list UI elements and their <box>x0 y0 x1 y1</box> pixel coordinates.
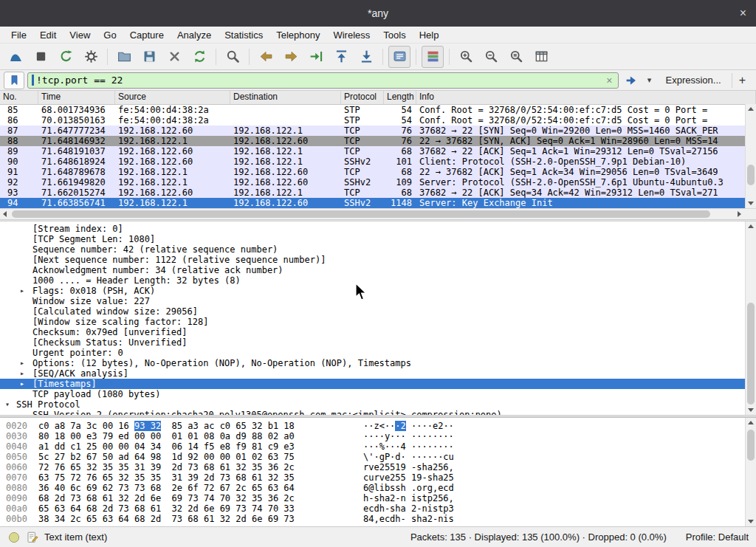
detail-line[interactable]: [Checksum Status: Unverified] <box>0 337 756 348</box>
hex-row[interactable]: 007063 75 72 76 65 32 35 35 31 39 2d 73 … <box>0 472 756 483</box>
packet-list-vscrollbar[interactable] <box>745 104 756 208</box>
capture-restart-button[interactable] <box>55 46 77 68</box>
packet-row-94[interactable]: 9471.663856741192.168.122.1192.168.122.6… <box>0 198 756 208</box>
hex-row[interactable]: 0040a1 dd c1 25 00 00 04 34 06 14 f5 e8 … <box>0 441 756 452</box>
scroll-up-icon[interactable] <box>748 421 754 424</box>
find-packet-button[interactable] <box>221 46 244 68</box>
filter-dropdown-icon[interactable]: ▾ <box>644 75 656 85</box>
capture-options-button[interactable] <box>80 46 102 68</box>
add-filter-button[interactable]: + <box>732 73 752 88</box>
column-header-length[interactable]: Length <box>384 91 416 104</box>
expression-button[interactable]: Expression... <box>659 75 729 86</box>
profile-status[interactable]: Profile: Default <box>686 531 749 543</box>
go-forward-button[interactable] <box>280 46 302 68</box>
capture-start-button[interactable] <box>4 46 27 68</box>
collapse-arrow-icon[interactable]: ▾ <box>5 399 10 410</box>
hex-row[interactable]: 008036 40 6c 69 62 73 73 68 2e 6f 72 67 … <box>0 483 756 493</box>
display-filter-input[interactable] <box>28 75 601 86</box>
title-bar[interactable]: *any × <box>0 0 756 27</box>
detail-line[interactable]: ▸[SEQ/ACK analysis] <box>0 368 756 379</box>
column-header-no[interactable]: No. <box>0 91 38 104</box>
packet-row-93[interactable]: 9371.662015274192.168.122.60192.168.122.… <box>0 188 756 198</box>
detail-vscrollbar[interactable] <box>745 221 756 415</box>
colorize-button[interactable] <box>422 46 444 68</box>
column-header-source[interactable]: Source <box>115 91 230 104</box>
detail-line[interactable]: ▸[Timestamps] <box>0 379 756 389</box>
menu-capture[interactable]: Capture <box>123 28 171 42</box>
packet-row-89[interactable]: 8971.648191037192.168.122.60192.168.122.… <box>0 146 756 156</box>
filter-bookmark-button[interactable] <box>4 72 24 89</box>
detail-line[interactable]: ▸Options: (12 bytes), No-Operation (NOP)… <box>0 358 756 368</box>
detail-line[interactable]: [Stream index: 0] <box>0 224 756 234</box>
zoom-normal-button[interactable] <box>505 46 527 68</box>
packet-list-hscrollbar[interactable] <box>0 208 756 219</box>
detail-line[interactable]: [TCP Segment Len: 1080] <box>0 234 756 244</box>
expand-arrow-icon[interactable]: ▸ <box>20 368 24 379</box>
packet-row-88[interactable]: 8871.648146932192.168.122.1192.168.122.6… <box>0 136 756 146</box>
menu-go[interactable]: Go <box>97 28 123 42</box>
detail-line[interactable]: [Next sequence number: 1122 (relative se… <box>0 255 756 265</box>
menu-statistics[interactable]: Statistics <box>218 28 269 42</box>
hex-row[interactable]: 0020c0 a8 7a 3c 00 16 93 32 85 a3 ac c0 … <box>0 421 756 431</box>
packet-row-85[interactable]: 8568.001734936fe:54:00:d4:38:2aSTP54Conf… <box>0 105 756 115</box>
vscroll-thumb[interactable] <box>747 430 755 461</box>
packet-row-92[interactable]: 9271.661949820192.168.122.1192.168.122.6… <box>0 177 756 188</box>
expand-arrow-icon[interactable]: ▸ <box>20 358 24 368</box>
packet-row-90[interactable]: 9071.648618924192.168.122.60192.168.122.… <box>0 156 756 167</box>
detail-line[interactable]: ▾SSH Protocol <box>0 399 756 410</box>
menu-edit[interactable]: Edit <box>33 28 63 42</box>
menu-view[interactable]: View <box>63 28 97 42</box>
hex-row[interactable]: 003080 18 00 e3 79 ed 00 00 01 01 08 0a … <box>0 431 756 441</box>
column-header-info[interactable]: Info <box>416 91 756 104</box>
hex-vscrollbar[interactable] <box>745 418 756 526</box>
menu-help[interactable]: Help <box>413 28 446 42</box>
open-file-button[interactable] <box>113 46 135 68</box>
expert-info-icon[interactable] <box>7 531 21 544</box>
capture-comment-icon[interactable] <box>26 531 39 544</box>
column-header-time[interactable]: Time <box>38 91 115 104</box>
hex-row[interactable]: 00505c 27 b2 67 50 ad 64 98 1d 92 00 00 … <box>0 452 756 462</box>
hex-row[interactable]: 009068 2d 73 68 61 32 2d 6e 69 73 74 70 … <box>0 493 756 503</box>
vscroll-thumb[interactable] <box>747 303 755 405</box>
scroll-up-icon[interactable] <box>748 224 754 228</box>
expand-arrow-icon[interactable]: ▸ <box>20 379 24 389</box>
vscroll-thumb[interactable] <box>747 165 755 185</box>
window-close-icon[interactable]: × <box>740 6 746 21</box>
menu-telephony[interactable]: Telephony <box>269 28 326 42</box>
column-header-protocol[interactable]: Protocol <box>341 91 384 104</box>
column-header-destination[interactable]: Destination <box>230 91 341 104</box>
detail-line[interactable]: SSH Version 2 (encryption:chacha20-poly1… <box>0 410 756 415</box>
hex-row[interactable]: 00a065 63 64 68 2d 73 68 61 32 2d 6e 69 … <box>0 503 756 514</box>
go-to-packet-button[interactable] <box>305 46 327 68</box>
detail-line[interactable]: 1000 .... = Header Length: 32 bytes (8) <box>0 275 756 286</box>
menu-wireless[interactable]: Wireless <box>326 28 377 42</box>
go-back-button[interactable] <box>255 46 277 68</box>
detail-line[interactable]: ▸Flags: 0x018 (PSH, ACK) <box>0 286 756 296</box>
detail-line[interactable]: Sequence number: 42 (relative sequence n… <box>0 244 756 255</box>
filter-apply-button[interactable] <box>622 72 641 89</box>
menu-file[interactable]: File <box>4 28 33 42</box>
detail-line[interactable]: [Window size scaling factor: 128] <box>0 317 756 327</box>
detail-line[interactable]: Checksum: 0x79ed [unverified] <box>0 327 756 337</box>
packet-row-91[interactable]: 9171.648789678192.168.122.1192.168.122.6… <box>0 167 756 177</box>
detail-line[interactable]: [Calculated window size: 29056] <box>0 306 756 317</box>
scroll-down-icon[interactable] <box>748 408 754 412</box>
scroll-right-icon[interactable] <box>738 211 741 217</box>
packet-row-86[interactable]: 8670.013850163fe:54:00:d4:38:2aSTP54Conf… <box>0 115 756 125</box>
auto-scroll-button[interactable] <box>388 46 410 68</box>
scroll-down-icon[interactable] <box>748 202 754 205</box>
save-file-button[interactable] <box>138 46 160 68</box>
detail-line[interactable]: Window size value: 227 <box>0 296 756 306</box>
capture-stop-button[interactable] <box>30 46 52 68</box>
go-top-button[interactable] <box>330 46 352 68</box>
scroll-down-icon[interactable] <box>748 520 754 523</box>
expand-arrow-icon[interactable]: ▸ <box>20 286 24 296</box>
hscroll-thumb[interactable] <box>12 210 710 218</box>
menu-tools[interactable]: Tools <box>377 28 412 42</box>
go-bottom-button[interactable] <box>355 46 377 68</box>
detail-line[interactable]: Urgent pointer: 0 <box>0 348 756 358</box>
reload-button[interactable] <box>188 46 210 68</box>
scroll-left-icon[interactable] <box>3 211 7 217</box>
filter-clear-icon[interactable]: × <box>601 75 617 86</box>
zoom-out-button[interactable] <box>480 46 502 68</box>
